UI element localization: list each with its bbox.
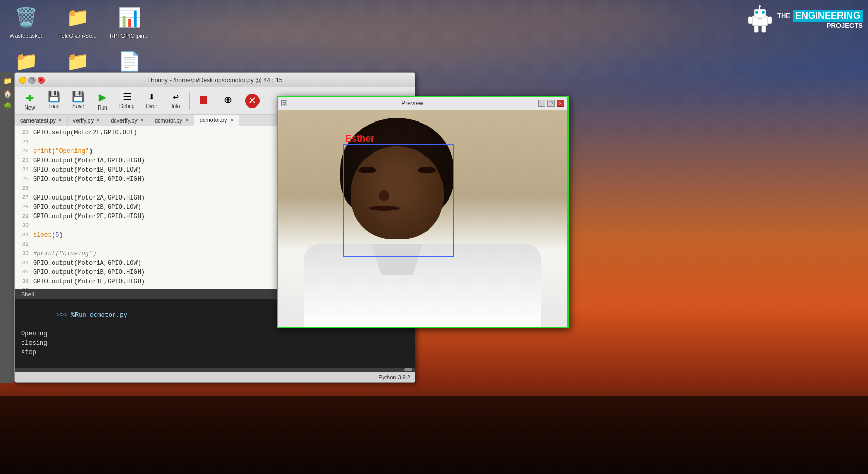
save-icon: 💾 xyxy=(72,93,85,103)
toolbar-into-button[interactable]: ↩️ Into xyxy=(164,91,187,111)
new-icon: ✚ xyxy=(26,91,34,104)
run-icon: ▶ xyxy=(99,91,107,104)
svg-point-3 xyxy=(759,5,761,7)
toolbar-separator xyxy=(189,92,190,110)
thonny-title-bar: ─ □ ✕ Thonny - /home/pi/Desktop/dcmotor.… xyxy=(15,73,415,87)
toolbar-save-button[interactable]: 💾 Save xyxy=(67,91,90,111)
toolbar-debug-button[interactable]: ☰ Debug xyxy=(115,91,139,111)
sidebar-icon-home[interactable]: 🏠 xyxy=(2,88,13,99)
preview-close-button[interactable]: ✕ xyxy=(557,100,564,107)
preview-title-bar: □ Preview ─ □ ✕ xyxy=(278,97,567,110)
shell-line-stop: stop xyxy=(19,348,410,357)
load-label: Load xyxy=(48,103,59,109)
load-icon: 💾 xyxy=(48,93,60,103)
tab-verify[interactable]: verify.py ✕ xyxy=(68,115,105,126)
logo-text: THE ENGINEERING PROJECTS xyxy=(777,10,863,29)
rpi-label: RPI GPIO pin... xyxy=(110,33,149,39)
debug-icon: ☰ xyxy=(123,93,132,103)
closerun-icon: ✕ xyxy=(245,94,260,108)
desktop-icon-wastebasket[interactable]: 🗑️ Wastebasket xyxy=(5,5,47,39)
tab-dcmotor2[interactable]: dcmotor.py ✕ xyxy=(194,115,239,126)
shell-line-opening1: Opening xyxy=(19,329,410,339)
desktop-icon-rpi[interactable]: 📊 RPI GPIO pin... xyxy=(109,5,150,39)
thonny-title: Thonny - /home/pi/Desktop/dcmotor.py @ 4… xyxy=(45,77,385,84)
into-icon: ↩️ xyxy=(173,93,179,103)
shell-scrollbar-thumb xyxy=(404,368,412,371)
shell-tab-label: Shell xyxy=(21,291,34,297)
doc-icon: 📄 xyxy=(116,49,142,75)
logo-engineering-text: ENGINEERING xyxy=(793,10,863,22)
sidebar-left: 📁 🏠 🌳 xyxy=(0,72,14,383)
preview-icon[interactable]: □ xyxy=(281,100,287,106)
title-btn-close[interactable]: ✕ xyxy=(38,77,45,84)
tab-dcmotor1-label: dcmotor.py xyxy=(155,117,182,124)
thonny-status-bar: Python 3.9.2 xyxy=(15,372,415,382)
shell-scrollbar[interactable] xyxy=(15,368,415,372)
svg-rect-8 xyxy=(768,17,772,24)
tab-cameratest-label: cameratest.py xyxy=(20,117,56,124)
tab-dcmotor2-close[interactable]: ✕ xyxy=(230,117,234,123)
tab-dcmotor2-label: dcmotor.py xyxy=(200,117,227,123)
sidebar-icon-file[interactable]: 📁 xyxy=(2,75,13,86)
tab-dcverify-label: dcverify.py xyxy=(111,117,138,124)
preview-window: □ Preview ─ □ ✕ Esther xyxy=(277,96,569,328)
shell-line-closing: closing xyxy=(19,339,410,348)
folder1-icon: 📁 xyxy=(13,49,39,75)
preview-title-text: Preview xyxy=(287,100,537,107)
toolbar-new-button[interactable]: ✚ New xyxy=(18,89,41,112)
logo-area: THE ENGINEERING PROJECTS xyxy=(747,5,863,34)
over-icon: ⬇️ xyxy=(148,93,155,103)
title-btn-maximize[interactable]: □ xyxy=(28,77,36,84)
resume-icon: ⊕ xyxy=(224,95,232,107)
svg-rect-7 xyxy=(748,17,752,24)
title-btn-minimize[interactable]: ─ xyxy=(19,77,26,84)
tab-dcverify[interactable]: dcverify.py ✕ xyxy=(105,115,149,126)
rpi-icon: 📊 xyxy=(116,5,142,31)
toolbar-stop-button[interactable]: ⏹ xyxy=(192,93,215,109)
tab-dcverify-close[interactable]: ✕ xyxy=(140,117,144,123)
face-name-label: Esther xyxy=(345,133,374,144)
svg-rect-10 xyxy=(762,26,766,32)
toolbar-run-button[interactable]: ▶ Run xyxy=(91,89,114,112)
tab-verify-close[interactable]: ✕ xyxy=(96,117,100,123)
run-label: Run xyxy=(98,105,107,111)
toolbar-closerun-button[interactable]: ✕ xyxy=(240,92,264,110)
python-version: Python 3.9.2 xyxy=(378,374,410,380)
into-label: Into xyxy=(172,103,180,109)
toolbar-load-button[interactable]: 💾 Load xyxy=(42,91,66,111)
face-detection-box xyxy=(343,144,454,257)
new-label: New xyxy=(24,105,35,111)
svg-point-4 xyxy=(755,11,758,14)
shell-line-blank xyxy=(19,357,410,366)
toolbar-over-button[interactable]: ⬇️ Over xyxy=(140,91,163,111)
tab-cameratest[interactable]: cameratest.py ✕ xyxy=(15,115,68,126)
telegram-label: TeleGram-Sc... xyxy=(58,33,96,39)
tab-verify-label: verify.py xyxy=(73,117,94,124)
folder2-icon: 📁 xyxy=(65,49,90,75)
desktop-icons-row1: 🗑️ Wastebasket 📁 TeleGram-Sc... 📊 RPI GP… xyxy=(5,5,150,39)
svg-rect-6 xyxy=(758,18,762,20)
preview-maximize-button[interactable]: □ xyxy=(547,100,555,107)
wastebasket-label: Wastebasket xyxy=(9,33,42,39)
svg-point-5 xyxy=(762,11,765,14)
ground-overlay xyxy=(0,396,868,474)
logo-the-text: THE xyxy=(777,12,790,20)
preview-content: Esther xyxy=(278,110,567,327)
tab-cameratest-close[interactable]: ✕ xyxy=(58,117,62,123)
over-label: Over xyxy=(146,103,157,109)
preview-minimize-button[interactable]: ─ xyxy=(538,100,545,107)
toolbar-resume-button[interactable]: ⊕ xyxy=(216,93,239,109)
debug-label: Debug xyxy=(119,103,134,109)
tab-dcmotor1-close[interactable]: ✕ xyxy=(185,117,189,123)
sidebar-icon-tree[interactable]: 🌳 xyxy=(2,101,13,112)
telegram-icon: 📁 xyxy=(65,5,90,31)
save-label: Save xyxy=(72,103,84,109)
desktop-icon-telegram[interactable]: 📁 TeleGram-Sc... xyxy=(57,5,98,39)
logo-projects-text: PROJECTS xyxy=(777,22,863,29)
svg-rect-9 xyxy=(754,26,758,32)
stop-icon: ⏹ xyxy=(197,95,210,107)
tab-dcmotor1[interactable]: dcmotor.py ✕ xyxy=(149,115,194,126)
wastebasket-icon: 🗑️ xyxy=(13,5,39,31)
robot-icon xyxy=(747,5,773,34)
